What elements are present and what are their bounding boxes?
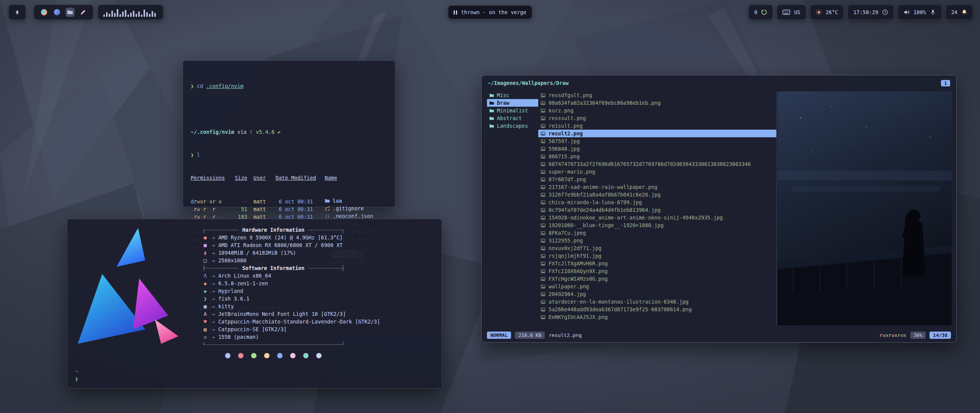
- section-header: ┌Hardware Information┐: [202, 226, 345, 234]
- file-item[interactable]: kurz.png: [538, 107, 776, 114]
- launcher-button[interactable]: [8, 5, 26, 20]
- workspace-chat[interactable]: [52, 8, 62, 17]
- sidebar-folder-landscapes[interactable]: Landscapes: [487, 122, 538, 130]
- file-item[interactable]: 217167-sad-anime-rain-wallpaper.png: [538, 183, 776, 191]
- file-item[interactable]: FXfcJlTXgAMvH6R.png: [538, 260, 776, 267]
- clock-widget[interactable]: 17:50:29: [848, 5, 894, 20]
- file-item[interactable]: 3122955.png: [538, 237, 776, 244]
- file-item[interactable]: FXfcHgcWIAMzs0G.png: [538, 275, 776, 283]
- file-item[interactable]: 5a266e448add93deab367d87173e9f25-6837886…: [538, 306, 776, 313]
- clock-icon: [882, 9, 888, 15]
- fetch-display: □→980x413: [202, 257, 436, 264]
- arch-logo: [76, 225, 181, 351]
- arrow-icon: →: [212, 302, 215, 310]
- prompt-symbol: ❯: [191, 82, 194, 90]
- sidebar-folder-abstract[interactable]: Abstract: [487, 114, 538, 122]
- image-icon: [541, 269, 546, 274]
- position-badge: 14/38: [929, 332, 951, 339]
- temperature-widget[interactable]: 26°C: [810, 5, 844, 20]
- pause-icon: [454, 10, 457, 15]
- file-item[interactable]: atardecer-en-la-montanas-ilustracion-634…: [538, 298, 776, 306]
- fetch-theme: ♥→Catppuccin-Macchiato-Standard-Lavender…: [202, 318, 436, 325]
- file-manager-window: ~/Imagenes/Wallpapers/Draw 1 MiscDrawMin…: [481, 75, 957, 343]
- file-item[interactable]: 87r687df.png: [538, 176, 776, 183]
- media-title: thrown - on the verge: [461, 9, 526, 15]
- file-list: ressdfgult.png08a634fa02a32364f69ebc86a9…: [538, 91, 776, 326]
- updates-count: 0: [754, 9, 757, 15]
- sidebar-folder-misc[interactable]: Misc: [487, 91, 538, 99]
- image-icon: [541, 154, 546, 159]
- image-icon: [541, 169, 546, 174]
- file-item[interactable]: 68747470733a2f2f696d616765732d7769786d70…: [538, 160, 776, 168]
- file-item[interactable]: rsjqojlmjhf91.jpg: [538, 252, 776, 260]
- palette-dot: [225, 353, 230, 358]
- keyboard-layout-widget[interactable]: US: [777, 5, 806, 20]
- sidebar-folder-minimalist[interactable]: Minimalist: [487, 107, 538, 114]
- wm-icon: ◈: [202, 287, 208, 295]
- file-item[interactable]: wallpaper.png: [538, 283, 776, 290]
- arrow-icon: →: [212, 272, 215, 280]
- volume-widget[interactable]: 100%: [898, 5, 942, 20]
- braces-icon: {}: [325, 213, 330, 219]
- fetch-shell: ❯→fish 3.6.1: [202, 295, 436, 302]
- file-item[interactable]: 20492984.jpg: [538, 290, 776, 298]
- listing-row: .rw-r--r-- 51 matt 6 oct 00:31 .gitignor…: [191, 205, 387, 212]
- image-icon: [541, 162, 546, 167]
- workspace-draw[interactable]: [78, 8, 88, 17]
- audio-visualizer-widget[interactable]: [98, 5, 163, 20]
- image-icon: [541, 315, 546, 320]
- palette-dot: [303, 353, 309, 358]
- svg-text:{}: {}: [325, 214, 330, 218]
- tab-badge[interactable]: 1: [941, 80, 950, 86]
- terminal-icon: ▣: [202, 302, 208, 310]
- file-item[interactable]: nnvuv0xj2df71.jpg: [538, 244, 776, 252]
- file-item[interactable]: 8FKa7Cu.jpeg: [538, 229, 776, 237]
- fetch-icons: ▤→Catppuccin-SE [GTK2/3]: [202, 325, 436, 333]
- os-icon: Λ: [202, 272, 208, 280]
- arrow-icon: →: [212, 234, 215, 241]
- file-item[interactable]: 08a634fa02a32364f69ebc86a98eb1eb.png: [538, 99, 776, 107]
- file-item[interactable]: FXfcII0X0AQyn9X.png: [538, 267, 776, 275]
- command-line[interactable]: ❯l: [191, 151, 387, 159]
- folder-icon: [489, 124, 494, 128]
- file-item[interactable]: 3126f7e9bbf21a8a4af0b67b041c6e26.jpg: [538, 191, 776, 198]
- file-item[interactable]: chica-mirando-la-luna-8799.jpg: [538, 198, 776, 206]
- sidebar-folder-draw[interactable]: Draw: [487, 99, 538, 107]
- fetch-terminal: ▣→kitty: [202, 302, 436, 310]
- media-widget[interactable]: thrown - on the verge: [448, 5, 532, 19]
- breadcrumb-path: ~/Imagenes/Wallpapers/Draw: [488, 80, 568, 86]
- image-icon: [541, 284, 546, 289]
- file-item[interactable]: 19201080-__blue-tinge__-1920×1080.jpg: [538, 221, 776, 229]
- workspace-browser[interactable]: [39, 8, 49, 17]
- command-name: cd: [197, 82, 203, 90]
- shell-prompt[interactable]: ~ ❯: [75, 367, 78, 383]
- file-item[interactable]: resssult.png: [538, 114, 776, 122]
- memory-icon: ▮: [202, 249, 208, 257]
- check-icon: ✔: [278, 128, 281, 136]
- image-icon: [541, 116, 546, 121]
- file-item[interactable]: 596848.jpg: [538, 145, 776, 153]
- prompt-symbol: ❯: [75, 375, 78, 383]
- arrow-icon: →: [212, 318, 215, 325]
- file-item[interactable]: re1sult.png: [538, 122, 776, 130]
- updates-widget[interactable]: 0: [748, 5, 773, 20]
- section-footer: └┘: [202, 341, 345, 348]
- file-item[interactable]: ressdfgult.png: [538, 91, 776, 99]
- palette-dot: [277, 353, 283, 358]
- file-item[interactable]: 587597.jpg: [538, 137, 776, 145]
- file-item[interactable]: super-mario.png: [538, 168, 776, 176]
- file-item[interactable]: EeNKYgIUcAAJ5JX.png: [538, 313, 776, 321]
- file-item[interactable]: 0c794faf07de24a4db4d4fb1eb813964.jpg: [538, 206, 776, 214]
- git-icon: [325, 206, 330, 211]
- arrow-icon: →: [212, 333, 215, 341]
- command-arg: .config/nvim: [206, 82, 243, 90]
- file-item[interactable]: 154928-odinokoe_anime-art-anime-okno-sin…: [538, 214, 776, 221]
- image-icon: [541, 131, 546, 136]
- workspace-files[interactable]: [65, 8, 75, 17]
- cpu-icon: ●: [202, 234, 208, 241]
- file-item[interactable]: result2.png: [538, 130, 776, 137]
- file-item[interactable]: 866715.png: [538, 153, 776, 160]
- shell-icon: ❯: [202, 295, 208, 302]
- command-line[interactable]: ❯cd.config/nvim: [191, 82, 387, 90]
- notifications-widget[interactable]: 24: [946, 5, 973, 20]
